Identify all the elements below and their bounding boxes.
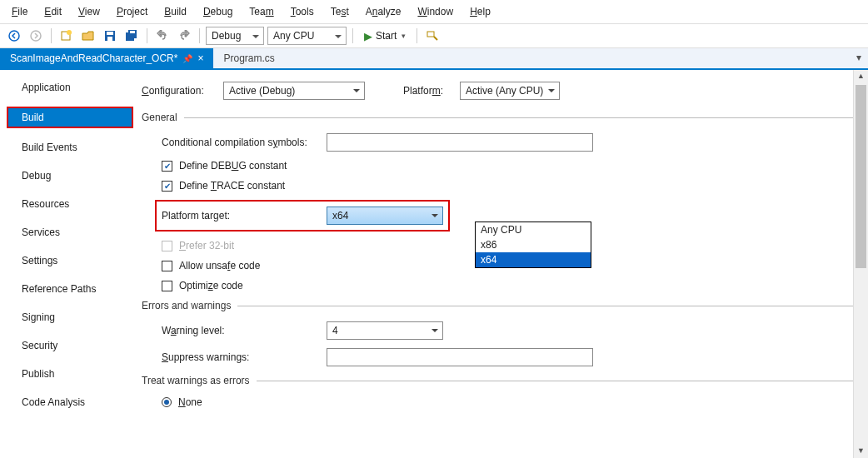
sidebar-item-reference-paths[interactable]: Reference Paths bbox=[15, 280, 133, 298]
scroll-thumb[interactable] bbox=[856, 85, 866, 268]
undo-icon[interactable] bbox=[153, 27, 172, 45]
find-icon[interactable] bbox=[423, 27, 441, 45]
config-dropdown-value: Debug bbox=[212, 30, 241, 42]
group-errors: Errors and warnings bbox=[142, 300, 865, 311]
tab-project-properties[interactable]: ScanImageAndReadCharacter_OCR* 📌 × bbox=[0, 48, 213, 68]
config-dropdown[interactable]: Debug bbox=[206, 27, 264, 45]
platform-combo[interactable]: Active (Any CPU) bbox=[460, 82, 560, 100]
chevron-down-icon: ▾ bbox=[402, 32, 406, 40]
open-icon[interactable] bbox=[79, 27, 97, 45]
separator bbox=[352, 28, 353, 43]
menu-analyze[interactable]: Analyze bbox=[359, 3, 408, 20]
conditional-symbols-row: Conditional compilation symbols: bbox=[162, 133, 865, 152]
play-icon: ▶ bbox=[364, 30, 372, 42]
sidebar-item-settings[interactable]: Settings bbox=[15, 251, 133, 270]
platform-target-combo[interactable]: x64 bbox=[327, 207, 443, 225]
menu-window[interactable]: Window bbox=[411, 3, 460, 20]
sidebar-item-build-events[interactable]: Build Events bbox=[15, 138, 133, 157]
toolbar: Debug Any CPU ▶ Start ▾ bbox=[0, 24, 868, 48]
svg-rect-5 bbox=[107, 32, 113, 35]
conditional-symbols-label: Conditional compilation symbols: bbox=[162, 137, 320, 148]
group-treat-warnings: Treat warnings as errors bbox=[142, 375, 865, 386]
nav-fwd-icon[interactable] bbox=[27, 27, 45, 45]
separator bbox=[199, 28, 200, 43]
treat-none-label: None bbox=[178, 396, 202, 408]
nav-back-icon[interactable] bbox=[5, 27, 23, 45]
sidebar-item-publish[interactable]: Publish bbox=[15, 365, 133, 383]
treat-none-row: None bbox=[162, 396, 865, 408]
sidebar-item-security[interactable]: Security bbox=[15, 336, 133, 355]
menu-edit[interactable]: Edit bbox=[37, 3, 68, 20]
define-trace-label: Define TRACE constant bbox=[179, 180, 285, 192]
menu-view[interactable]: View bbox=[72, 3, 107, 20]
sidebar-item-debug[interactable]: Debug bbox=[15, 167, 133, 185]
allow-unsafe-label: Allow unsafe code bbox=[179, 260, 260, 271]
define-debug-row: ✔ Define DEBUG constant bbox=[162, 160, 865, 172]
pin-icon[interactable]: 📌 bbox=[182, 54, 192, 63]
vertical-scrollbar[interactable]: ▲ ▼ bbox=[853, 70, 868, 458]
platform-option-anycpu[interactable]: Any CPU bbox=[476, 222, 591, 237]
menu-build[interactable]: Build bbox=[157, 3, 193, 20]
warning-level-row: Warning level: 4 bbox=[162, 321, 865, 340]
save-all-icon[interactable] bbox=[122, 27, 141, 45]
optimize-row: Optimize code bbox=[162, 280, 865, 291]
allow-unsafe-checkbox[interactable] bbox=[162, 261, 172, 271]
start-button[interactable]: ▶ Start ▾ bbox=[359, 27, 411, 45]
document-tabs: ScanImageAndReadCharacter_OCR* 📌 × Progr… bbox=[0, 48, 868, 70]
conditional-symbols-input[interactable] bbox=[327, 133, 593, 152]
new-project-icon[interactable] bbox=[57, 27, 76, 45]
sidebar-item-resources[interactable]: Resources bbox=[15, 195, 133, 213]
svg-point-1 bbox=[31, 31, 41, 41]
sidebar-item-services[interactable]: Services bbox=[15, 223, 133, 241]
sidebar-item-code-analysis[interactable]: Code Analysis bbox=[15, 393, 133, 411]
platform-option-x86[interactable]: x86 bbox=[476, 237, 591, 252]
treat-none-radio[interactable] bbox=[162, 397, 172, 407]
scroll-down-icon[interactable]: ▼ bbox=[857, 446, 865, 458]
svg-rect-10 bbox=[427, 32, 434, 37]
separator bbox=[51, 28, 52, 43]
suppress-warnings-label: Suppress warnings: bbox=[162, 351, 320, 363]
warning-level-label: Warning level: bbox=[162, 325, 320, 336]
platform-label: Platform: bbox=[403, 85, 453, 97]
properties-sidebar: Application Build Build Events Debug Res… bbox=[0, 70, 133, 458]
scroll-up-icon[interactable]: ▲ bbox=[857, 72, 865, 83]
svg-point-0 bbox=[9, 31, 19, 41]
svg-point-3 bbox=[67, 30, 72, 35]
suppress-warnings-input[interactable] bbox=[327, 348, 593, 366]
page-body: Application Build Build Events Debug Res… bbox=[0, 70, 868, 458]
svg-rect-9 bbox=[130, 31, 135, 33]
menu-tools[interactable]: Tools bbox=[284, 3, 321, 20]
menu-project[interactable]: Project bbox=[110, 3, 154, 20]
optimize-checkbox[interactable] bbox=[162, 281, 172, 291]
build-page: Configuration: Active (Debug) Platform: … bbox=[133, 70, 868, 458]
separator bbox=[147, 28, 147, 43]
menu-debug[interactable]: Debug bbox=[197, 3, 239, 20]
sidebar-item-application[interactable]: Application bbox=[15, 78, 133, 97]
tab-program-cs[interactable]: Program.cs bbox=[213, 48, 284, 68]
define-debug-checkbox[interactable]: ✔ bbox=[162, 161, 172, 172]
menu-file[interactable]: File bbox=[5, 3, 34, 20]
configuration-combo[interactable]: Active (Debug) bbox=[223, 82, 365, 100]
tab-label: Program.cs bbox=[223, 52, 274, 64]
config-row: Configuration: Active (Debug) Platform: … bbox=[142, 82, 865, 100]
warning-level-combo[interactable]: 4 bbox=[327, 321, 443, 340]
menu-help[interactable]: Help bbox=[463, 3, 497, 20]
start-label: Start bbox=[376, 30, 397, 42]
sidebar-item-signing[interactable]: Signing bbox=[15, 308, 133, 326]
menu-bar: File Edit View Project Build Debug Team … bbox=[0, 0, 868, 24]
sidebar-item-build[interactable]: Build bbox=[7, 107, 133, 128]
menu-team[interactable]: Team bbox=[242, 3, 280, 20]
define-trace-checkbox[interactable]: ✔ bbox=[162, 181, 172, 192]
tab-label: ScanImageAndReadCharacter_OCR* bbox=[10, 52, 177, 64]
platform-option-x64[interactable]: x64 bbox=[476, 252, 591, 267]
platform-target-label: Platform target: bbox=[162, 210, 320, 222]
tabs-overflow-icon[interactable]: ▾ bbox=[850, 48, 868, 68]
prefer-32bit-checkbox bbox=[162, 241, 172, 251]
save-icon[interactable] bbox=[101, 27, 119, 45]
group-general: General bbox=[142, 112, 865, 123]
platform-dropdown[interactable]: Any CPU bbox=[267, 27, 347, 45]
close-icon[interactable]: × bbox=[197, 52, 203, 64]
redo-icon[interactable] bbox=[175, 27, 193, 45]
menu-test[interactable]: Test bbox=[324, 3, 356, 20]
separator bbox=[417, 28, 417, 43]
